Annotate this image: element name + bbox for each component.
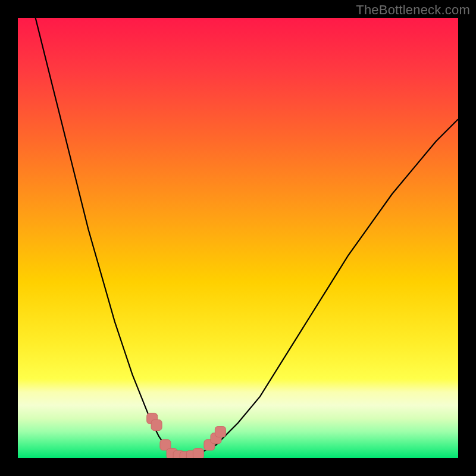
marker-point bbox=[215, 427, 226, 437]
gradient-background bbox=[18, 18, 458, 458]
marker-point bbox=[193, 449, 203, 458]
marker-point bbox=[151, 420, 162, 431]
chart-svg bbox=[18, 18, 458, 458]
watermark-text: TheBottleneck.com bbox=[356, 2, 470, 18]
chart-frame: TheBottleneck.com bbox=[0, 0, 476, 476]
plot-area bbox=[18, 18, 458, 458]
